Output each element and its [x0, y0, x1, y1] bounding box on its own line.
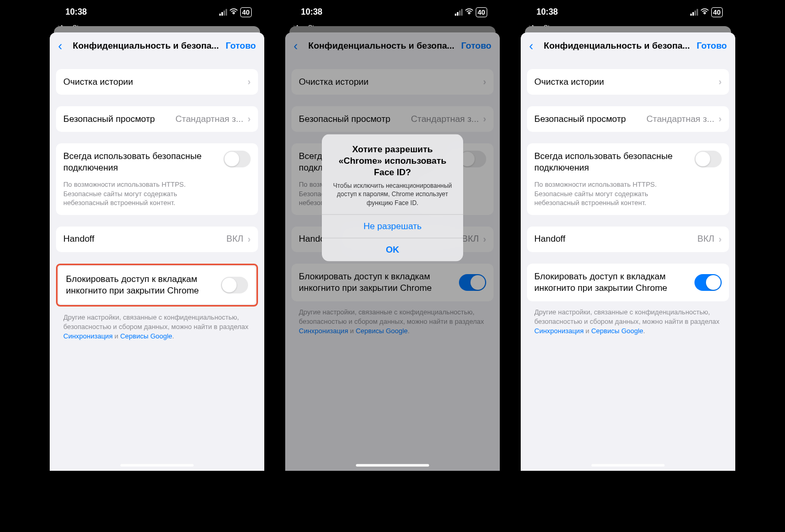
status-right: 40	[219, 7, 252, 17]
nav-bar: ‹ Конфиденциальность и безопа... Готово	[285, 32, 500, 60]
status-bar: 10:38 40	[285, 0, 500, 24]
done-button[interactable]: Готово	[226, 41, 256, 51]
footer-text: Другие настройки, связанные с конфиденци…	[291, 301, 494, 336]
home-indicator[interactable]	[120, 464, 194, 467]
footer-text: Другие настройки, связанные с конфиденци…	[56, 307, 258, 342]
highlight-annotation: Блокировать доступ к вкладкам инкогнито …	[56, 264, 258, 307]
row-safe-browsing[interactable]: Безопасный просмотр Стандартная з... ›	[527, 106, 729, 132]
row-handoff[interactable]: Handoff ВКЛ ›	[527, 227, 729, 252]
status-time: 10:38	[65, 7, 87, 17]
row-always-https: Всегда использовать безопасные подключен…	[56, 143, 258, 215]
phone-screen-2: 10:38 40 ◀ App Store ‹ Конфиденциальност…	[285, 0, 500, 471]
row-clear-history[interactable]: Очистка истории ›	[56, 69, 258, 95]
footer-text: Другие настройки, связанные с конфиденци…	[527, 301, 729, 336]
nav-bar: ‹ Конфиденциальность и безопа... Готово	[50, 32, 264, 60]
back-icon[interactable]: ‹	[529, 39, 540, 53]
row-safe-browsing[interactable]: Безопасный просмотр Стандартная з... ›	[56, 106, 258, 132]
wifi-icon	[700, 7, 709, 17]
battery-icon: 40	[476, 7, 487, 17]
cellular-icon	[219, 9, 227, 16]
chevron-right-icon: ›	[483, 234, 486, 245]
status-bar: 10:38 40	[521, 0, 735, 24]
row-clear-history[interactable]: Очистка истории ›	[527, 69, 729, 95]
chevron-right-icon: ›	[719, 114, 722, 124]
status-bar: 10:38 40	[50, 0, 264, 24]
cellular-icon	[690, 9, 698, 16]
page-title: Конфиденциальность и безопа...	[69, 41, 226, 51]
row-value: ВКЛ	[227, 234, 243, 244]
chevron-right-icon: ›	[248, 234, 251, 245]
chevron-right-icon: ›	[719, 76, 722, 87]
status-time: 10:38	[536, 7, 558, 17]
wifi-icon	[229, 7, 238, 17]
row-handoff[interactable]: Handoff ВКЛ ›	[56, 227, 258, 252]
battery-icon: 40	[240, 7, 252, 17]
chevron-right-icon: ›	[719, 234, 722, 245]
link-sync[interactable]: Синхронизация	[534, 327, 584, 335]
back-icon[interactable]: ‹	[294, 39, 304, 53]
toggle-always-https[interactable]	[223, 151, 251, 167]
link-google-services[interactable]: Сервисы Google	[356, 327, 408, 335]
link-sync[interactable]: Синхронизация	[63, 332, 113, 340]
row-description: По возможности использовать HTTPS. Безоп…	[63, 180, 251, 208]
link-google-services[interactable]: Сервисы Google	[120, 332, 172, 340]
done-button[interactable]: Готово	[461, 41, 491, 51]
wifi-icon	[465, 7, 474, 17]
done-button[interactable]: Готово	[697, 41, 727, 51]
row-lock-incognito: Блокировать доступ к вкладкам инкогнито …	[291, 264, 494, 301]
chevron-right-icon: ›	[483, 114, 486, 124]
row-value: Стандартная з...	[175, 114, 243, 124]
toggle-lock-incognito[interactable]	[459, 274, 486, 291]
chevron-right-icon: ›	[248, 76, 251, 87]
phone-screen-1: 10:38 40 ◀ App Store ‹ Конфиденциальност…	[50, 0, 264, 471]
row-lock-incognito: Блокировать доступ к вкладкам инкогнито …	[59, 266, 255, 304]
toggle-lock-incognito[interactable]	[694, 274, 722, 291]
alert-message: Чтобы исключить несанкционированный дост…	[330, 182, 455, 207]
row-always-https: Всегда использовать безопасные подключен…	[527, 143, 729, 215]
battery-icon: 40	[711, 7, 723, 17]
alert-title: Хотите разрешить «Chrome» использовать F…	[330, 144, 455, 178]
alert-ok-button[interactable]: OK	[322, 237, 463, 261]
link-sync[interactable]: Синхронизация	[299, 327, 348, 335]
alert-deny-button[interactable]: Не разрешать	[322, 214, 463, 237]
row-lock-incognito: Блокировать доступ к вкладкам инкогнито …	[527, 264, 729, 301]
page-title: Конфиденциальность и безопа...	[304, 41, 461, 51]
faceid-alert: Хотите разрешить «Chrome» использовать F…	[322, 134, 463, 262]
row-safe-browsing[interactable]: Безопасный просмотр Стандартная з... ›	[291, 106, 494, 132]
link-google-services[interactable]: Сервисы Google	[591, 327, 643, 335]
phone-screen-3: 10:38 40 ◀ App Store ‹ Конфиденциальност…	[521, 0, 735, 471]
chevron-right-icon: ›	[248, 114, 251, 124]
page-title: Конфиденциальность и безопа...	[540, 41, 697, 51]
toggle-lock-incognito[interactable]	[221, 277, 248, 293]
nav-bar: ‹ Конфиденциальность и безопа... Готово	[521, 32, 735, 60]
home-indicator[interactable]	[356, 464, 429, 467]
toggle-always-https[interactable]	[694, 151, 722, 167]
cellular-icon	[455, 9, 463, 16]
back-icon[interactable]: ‹	[58, 39, 69, 53]
status-time: 10:38	[301, 7, 322, 17]
row-clear-history[interactable]: Очистка истории ›	[291, 69, 494, 95]
chevron-right-icon: ›	[483, 76, 486, 87]
home-indicator[interactable]	[591, 464, 665, 467]
